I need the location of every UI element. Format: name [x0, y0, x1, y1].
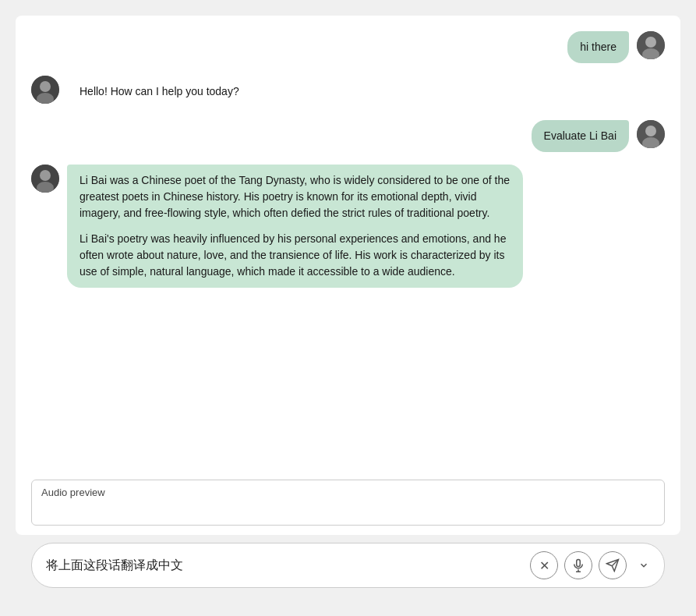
- svg-point-4: [40, 81, 51, 92]
- chat-panel: hi there Hello! How can I help you today…: [16, 16, 680, 535]
- audio-preview-section: Audio preview: [31, 480, 665, 526]
- user-bubble-1: hi there: [567, 31, 629, 63]
- message-row-bot-2: Li Bai was a Chinese poet of the Tang Dy…: [31, 165, 665, 288]
- bot-bubble-1: Hello! How can I help you today?: [67, 76, 252, 108]
- bot-avatar-2: [31, 165, 59, 193]
- user-avatar-1: [637, 31, 665, 59]
- message-row-bot-1: Hello! How can I help you today?: [31, 76, 665, 108]
- user-message-2-text: Evaluate Li Bai: [544, 129, 617, 142]
- bot-avatar-1: [31, 76, 59, 104]
- mic-icon: [571, 558, 585, 572]
- mic-button[interactable]: [564, 551, 592, 579]
- user-avatar-2: [637, 120, 665, 148]
- message-row-user-2: Evaluate Li Bai: [31, 120, 665, 152]
- clear-icon: ✕: [539, 558, 549, 573]
- app-container: hi there Hello! How can I help you today…: [0, 0, 696, 616]
- bot-message-2-para2: Li Bai's poetry was heavily influenced b…: [79, 231, 511, 280]
- clear-button[interactable]: ✕: [530, 551, 558, 579]
- bot-message-2-para1: Li Bai was a Chinese poet of the Tang Dy…: [79, 172, 511, 221]
- svg-point-1: [645, 37, 656, 48]
- svg-point-7: [645, 126, 656, 136]
- svg-rect-12: [577, 560, 581, 567]
- bot-bubble-2: Li Bai was a Chinese poet of the Tang Dy…: [67, 165, 523, 288]
- message-row-user-1: hi there: [31, 31, 665, 63]
- send-icon: [606, 558, 620, 572]
- audio-preview-label: Audio preview: [41, 487, 655, 498]
- user-bubble-2: Evaluate Li Bai: [532, 120, 629, 152]
- chevron-down-icon: [638, 560, 649, 571]
- message-input[interactable]: [46, 558, 524, 572]
- bot-message-1-text: Hello! How can I help you today?: [79, 85, 239, 97]
- send-button[interactable]: [599, 551, 627, 579]
- input-area: ✕: [16, 535, 680, 600]
- input-bar: ✕: [31, 543, 665, 588]
- user-message-1-text: hi there: [580, 41, 617, 53]
- expand-button[interactable]: [633, 551, 655, 579]
- messages-area[interactable]: hi there Hello! How can I help you today…: [16, 16, 680, 480]
- svg-point-10: [40, 170, 51, 181]
